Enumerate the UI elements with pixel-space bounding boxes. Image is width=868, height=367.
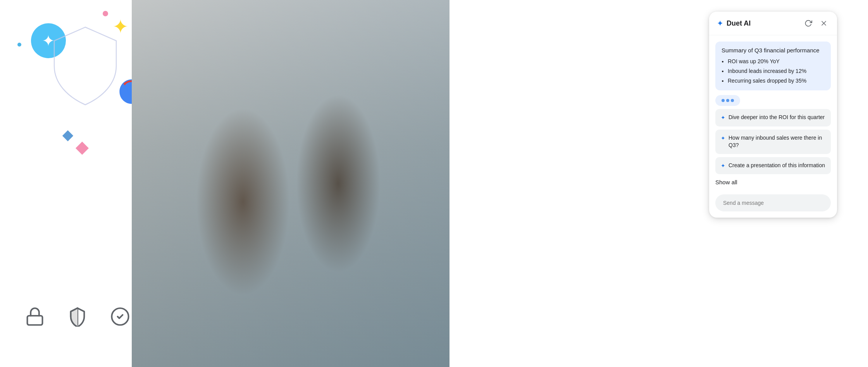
show-all-button[interactable]: Show all — [715, 179, 737, 185]
suggestion-roi-button[interactable]: ✦ Dive deeper into the ROI for this quar… — [715, 109, 831, 126]
duet-ai-panel: ✦ Duet AI Summary of Q3 financial perfor… — [709, 12, 837, 218]
suggestion-presentation-text: Create a presentation of this informatio… — [728, 162, 825, 170]
message-input[interactable] — [715, 194, 831, 211]
shield-decoration: G — [46, 23, 124, 109]
panel-title: ✦ Duet AI — [717, 19, 751, 28]
summary-bullets: ROI was up 20% YoY Inbound leads increas… — [722, 57, 825, 85]
typing-dot-1 — [722, 99, 725, 102]
header-actions — [803, 18, 829, 29]
suggestions-container: ✦ Dive deeper into the ROI for this quar… — [709, 109, 837, 177]
refresh-icon — [804, 19, 812, 27]
close-icon — [820, 19, 828, 27]
shield-half-icon — [66, 305, 89, 328]
suggestion-roi-text: Dive deeper into the ROI for this quarte… — [728, 114, 825, 121]
chip-star-icon-1: ✦ — [721, 114, 725, 122]
bottom-security-icons — [23, 305, 132, 328]
bullet-2: Inbound leads increased by 12% — [728, 67, 825, 75]
summary-message-bubble: Summary of Q3 financial performance ROI … — [715, 42, 831, 90]
blue-dot-decoration — [17, 43, 21, 47]
chip-star-icon-2: ✦ — [721, 135, 725, 142]
chip-star-icon-3: ✦ — [721, 162, 725, 170]
message-input-area — [709, 190, 837, 218]
typing-indicator — [715, 95, 740, 106]
typing-dot-2 — [726, 99, 729, 102]
refresh-button[interactable] — [803, 18, 814, 29]
panel-title-text: Duet AI — [727, 19, 751, 28]
panel-header: ✦ Duet AI — [709, 12, 837, 35]
pink-diamond-decoration — [76, 142, 89, 155]
lock-icon — [23, 305, 46, 328]
svg-rect-9 — [28, 316, 43, 325]
pink-dot-decoration — [103, 11, 108, 16]
bullet-3: Recurring sales dropped by 35% — [728, 77, 825, 85]
blue-diamond-decoration — [62, 130, 73, 141]
duet-ai-star-icon: ✦ — [717, 19, 723, 28]
show-all-section: Show all — [709, 177, 837, 190]
checkmark-circle-icon — [108, 305, 132, 328]
summary-title: Summary of Q3 financial performance — [722, 47, 825, 54]
typing-dot-3 — [731, 99, 734, 102]
suggestion-presentation-button[interactable]: ✦ Create a presentation of this informat… — [715, 157, 831, 175]
background-photo — [132, 0, 450, 367]
decorative-area: ✦ ✦ — [0, 0, 132, 367]
chat-body: Summary of Q3 financial performance ROI … — [709, 35, 837, 109]
close-button[interactable] — [818, 18, 829, 29]
bullet-1: ROI was up 20% YoY — [728, 57, 825, 66]
suggestion-inbound-button[interactable]: ✦ How many inbound sales were there in Q… — [715, 130, 831, 154]
suggestion-inbound-text: How many inbound sales were there in Q3? — [728, 134, 825, 149]
